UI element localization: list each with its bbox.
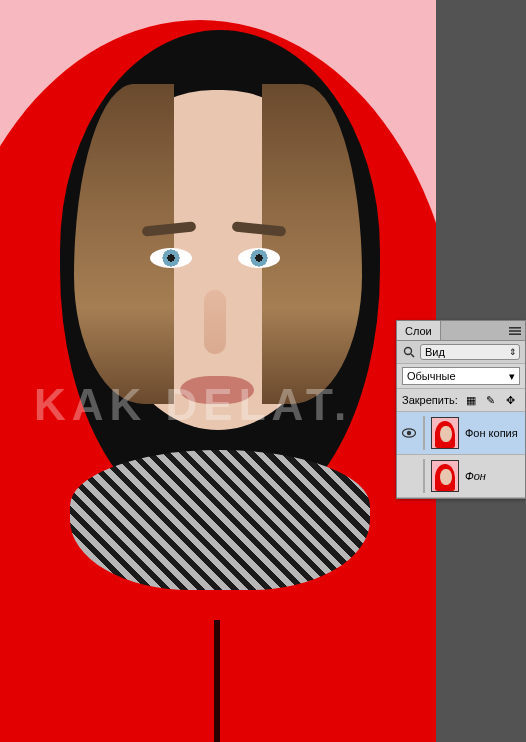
subject-eye-left [150,248,192,268]
layer-name[interactable]: Фон [465,470,521,482]
svg-rect-1 [509,330,521,332]
subject-eye-right [238,248,280,268]
panel-menu-button[interactable] [505,321,525,340]
svg-point-3 [405,348,412,355]
blend-mode-row: Обычные ▾ [397,364,525,389]
subject-zipper [214,620,220,742]
search-icon [402,345,416,359]
blend-mode-value: Обычные [407,370,456,382]
lock-transparency-icon[interactable]: ▦ [464,393,478,407]
lock-position-icon[interactable]: ✥ [504,393,518,407]
subject-nose [204,290,226,354]
layer-divider [423,459,425,493]
chevron-down-icon: ▾ [509,370,515,383]
layer-row[interactable]: Фон копия [397,412,525,455]
canvas-viewport[interactable]: KAK DELAT. [0,0,436,742]
svg-rect-2 [509,333,521,335]
blend-mode-select[interactable]: Обычные ▾ [402,367,520,385]
layers-panel: Слои Вид ⇕ Обычные ▾ Закрепить: ▦ ✎ ✥ [396,320,526,499]
layer-thumbnail[interactable] [431,417,459,449]
lock-row: Закрепить: ▦ ✎ ✥ [397,389,525,412]
layer-filter-row: Вид ⇕ [397,341,525,364]
updown-icon: ⇕ [509,347,515,357]
svg-rect-0 [509,327,521,329]
layer-thumbnail[interactable] [431,460,459,492]
tab-layers[interactable]: Слои [397,321,441,340]
eye-icon [402,428,416,438]
panel-menu-icon [509,326,521,336]
layer-name[interactable]: Фон копия [465,427,521,439]
layer-filter-type-select[interactable]: Вид ⇕ [420,344,520,360]
layer-list: Фон копия Фон [397,412,525,498]
panel-tab-bar: Слои [397,321,525,341]
subject-scarf [70,450,370,590]
layer-visibility-toggle[interactable] [401,468,417,484]
subject-lips [180,376,254,404]
svg-point-6 [407,431,411,435]
layer-visibility-toggle[interactable] [401,425,417,441]
layer-filter-type-label: Вид [425,346,445,358]
layer-row[interactable]: Фон [397,455,525,498]
layer-divider [423,416,425,450]
svg-line-4 [411,354,414,357]
lock-label: Закрепить: [402,394,458,406]
lock-pixels-icon[interactable]: ✎ [484,393,498,407]
